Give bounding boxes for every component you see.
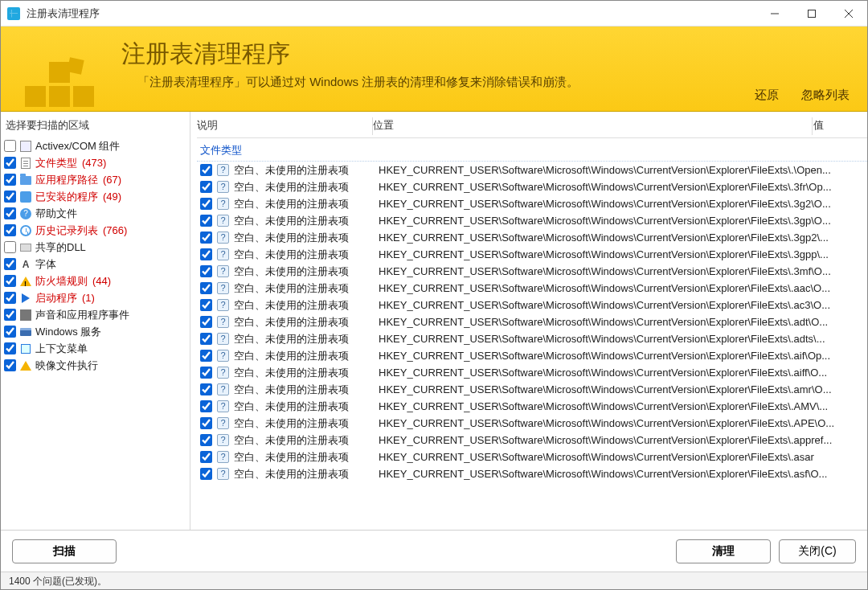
result-row[interactable]: ?空白、未使用的注册表项HKEY_CURRENT_USER\Software\M… bbox=[197, 297, 867, 313]
sidebar-checkbox-7[interactable] bbox=[4, 258, 16, 270]
row-checkbox[interactable] bbox=[200, 434, 212, 446]
row-location: HKEY_CURRENT_USER\Software\Microsoft\Win… bbox=[379, 367, 867, 379]
result-row[interactable]: ?空白、未使用的注册表项HKEY_CURRENT_USER\Software\M… bbox=[197, 246, 867, 263]
sidebar-checkbox-5[interactable] bbox=[4, 224, 16, 236]
result-row[interactable]: ?空白、未使用的注册表项HKEY_CURRENT_USER\Software\M… bbox=[197, 212, 867, 229]
sidebar-item-1[interactable]: 文件类型 (473) bbox=[4, 154, 185, 171]
sidebar-item-2[interactable]: 应用程序路径 (67) bbox=[4, 171, 185, 188]
row-location: HKEY_CURRENT_USER\Software\Microsoft\Win… bbox=[379, 434, 867, 446]
question-icon: ? bbox=[217, 468, 229, 480]
close-footer-button[interactable]: 关闭(C) bbox=[779, 539, 856, 563]
row-checkbox[interactable] bbox=[200, 265, 212, 277]
row-checkbox[interactable] bbox=[200, 299, 212, 311]
row-location: HKEY_CURRENT_USER\Software\Microsoft\Win… bbox=[379, 333, 867, 345]
row-checkbox[interactable] bbox=[200, 350, 212, 362]
restore-link[interactable]: 还原 bbox=[755, 88, 779, 103]
ignore-list-link[interactable]: 忽略列表 bbox=[801, 88, 850, 103]
horizontal-scrollbar[interactable] bbox=[197, 517, 856, 530]
sidebar-checkbox-8[interactable] bbox=[4, 275, 16, 287]
sidebar-item-7[interactable]: A字体 bbox=[4, 256, 185, 272]
sidebar-label: 应用程序路径 bbox=[35, 173, 98, 187]
row-checkbox[interactable] bbox=[200, 215, 212, 227]
result-row[interactable]: ?空白、未使用的注册表项HKEY_CURRENT_USER\Software\M… bbox=[197, 449, 867, 465]
clean-button[interactable]: 清理 bbox=[676, 539, 771, 563]
result-row[interactable]: ?空白、未使用的注册表项HKEY_CURRENT_USER\Software\M… bbox=[197, 330, 867, 347]
row-checkbox[interactable] bbox=[200, 231, 212, 244]
sidebar-label: 历史记录列表 bbox=[35, 223, 98, 238]
result-row[interactable]: ?空白、未使用的注册表项HKEY_CURRENT_USER\Software\M… bbox=[197, 432, 867, 449]
result-row[interactable]: ?空白、未使用的注册表项HKEY_CURRENT_USER\Software\M… bbox=[197, 229, 867, 246]
row-checkbox[interactable] bbox=[200, 316, 212, 328]
row-checkbox[interactable] bbox=[200, 383, 212, 395]
row-checkbox[interactable] bbox=[200, 198, 212, 210]
minimize-button[interactable] bbox=[756, 1, 793, 27]
sidebar-item-8[interactable]: 防火墙规则 (44) bbox=[4, 272, 185, 289]
row-desc: 空白、未使用的注册表项 bbox=[234, 264, 374, 279]
result-row[interactable]: ?空白、未使用的注册表项HKEY_CURRENT_USER\Software\M… bbox=[197, 465, 867, 482]
result-row[interactable]: ?空白、未使用的注册表项HKEY_CURRENT_USER\Software\M… bbox=[197, 178, 867, 195]
result-row[interactable]: ?空白、未使用的注册表项HKEY_CURRENT_USER\Software\M… bbox=[197, 162, 867, 178]
sidebar-checkbox-10[interactable] bbox=[4, 309, 16, 321]
sidebar-checkbox-6[interactable] bbox=[4, 241, 16, 253]
sidebar-item-9[interactable]: 启动程序 (1) bbox=[4, 289, 185, 306]
sidebar-label: Activex/COM 组件 bbox=[35, 139, 120, 154]
sidebar-label: 声音和应用程序事件 bbox=[35, 308, 129, 322]
result-row[interactable]: ?空白、未使用的注册表项HKEY_CURRENT_USER\Software\M… bbox=[197, 347, 867, 364]
result-row[interactable]: ?空白、未使用的注册表项HKEY_CURRENT_USER\Software\M… bbox=[197, 313, 867, 330]
result-row[interactable]: ?空白、未使用的注册表项HKEY_CURRENT_USER\Software\M… bbox=[197, 195, 867, 212]
result-row[interactable]: ?空白、未使用的注册表项HKEY_CURRENT_USER\Software\M… bbox=[197, 415, 867, 432]
row-desc: 空白、未使用的注册表项 bbox=[234, 163, 374, 178]
sidebar-checkbox-0[interactable] bbox=[4, 140, 16, 152]
row-location: HKEY_CURRENT_USER\Software\Microsoft\Win… bbox=[379, 451, 867, 463]
row-checkbox[interactable] bbox=[200, 181, 212, 193]
row-checkbox[interactable] bbox=[200, 417, 212, 429]
row-checkbox[interactable] bbox=[200, 282, 212, 294]
sidebar-checkbox-2[interactable] bbox=[4, 174, 16, 186]
sidebar-checkbox-3[interactable] bbox=[4, 191, 16, 203]
maximize-button[interactable] bbox=[793, 1, 830, 27]
titlebar: 注册表清理程序 bbox=[1, 1, 867, 27]
sidebar-checkbox-11[interactable] bbox=[4, 326, 16, 338]
result-row[interactable]: ?空白、未使用的注册表项HKEY_CURRENT_USER\Software\M… bbox=[197, 263, 867, 280]
sidebar-checkbox-13[interactable] bbox=[4, 359, 16, 371]
sidebar-item-10[interactable]: 声音和应用程序事件 bbox=[4, 306, 185, 323]
row-checkbox[interactable] bbox=[200, 451, 212, 463]
sidebar-item-0[interactable]: Activex/COM 组件 bbox=[4, 137, 185, 154]
sidebar-item-6[interactable]: 共享的DLL bbox=[4, 239, 185, 256]
row-desc: 空白、未使用的注册表项 bbox=[234, 281, 374, 296]
sidebar-item-4[interactable]: ?帮助文件 bbox=[4, 205, 185, 222]
col-loc[interactable]: 位置 bbox=[373, 115, 812, 137]
sidebar-item-13[interactable]: 映像文件执行 bbox=[4, 357, 185, 374]
sidebar-item-12[interactable]: 上下文菜单 bbox=[4, 340, 185, 357]
sidebar-label: 帮助文件 bbox=[35, 207, 77, 221]
sidebar-checkbox-1[interactable] bbox=[4, 157, 16, 169]
result-row[interactable]: ?空白、未使用的注册表项HKEY_CURRENT_USER\Software\M… bbox=[197, 280, 867, 297]
result-row[interactable]: ?空白、未使用的注册表项HKEY_CURRENT_USER\Software\M… bbox=[197, 381, 867, 398]
col-desc[interactable]: 说明 bbox=[197, 115, 372, 137]
row-checkbox[interactable] bbox=[200, 164, 212, 176]
row-checkbox[interactable] bbox=[200, 248, 212, 260]
sidebar-checkbox-4[interactable] bbox=[4, 207, 16, 219]
group-title[interactable]: 文件类型 bbox=[197, 138, 867, 162]
banner-subtitle: 「注册表清理程序」可以通过对 Windows 注册表的清理和修复来消除错误和崩溃… bbox=[137, 75, 579, 90]
result-row[interactable]: ?空白、未使用的注册表项HKEY_CURRENT_USER\Software\M… bbox=[197, 364, 867, 381]
sidebar-checkbox-12[interactable] bbox=[4, 342, 16, 354]
sidebar: 选择要扫描的区域 Activex/COM 组件文件类型 (473)应用程序路径 … bbox=[1, 112, 190, 530]
question-icon: ? bbox=[217, 215, 229, 227]
sidebar-header: 选择要扫描的区域 bbox=[4, 115, 185, 137]
box-icon bbox=[19, 140, 32, 153]
close-button[interactable] bbox=[830, 1, 867, 27]
row-checkbox[interactable] bbox=[200, 333, 212, 345]
row-checkbox[interactable] bbox=[200, 400, 212, 412]
sidebar-item-11[interactable]: Windows 服务 bbox=[4, 323, 185, 340]
result-row[interactable]: ?空白、未使用的注册表项HKEY_CURRENT_USER\Software\M… bbox=[197, 398, 867, 415]
col-val[interactable]: 值 bbox=[813, 115, 856, 137]
row-checkbox[interactable] bbox=[200, 367, 212, 379]
sidebar-item-5[interactable]: 历史记录列表 (766) bbox=[4, 222, 185, 239]
scan-button[interactable]: 扫描 bbox=[12, 539, 117, 563]
sidebar-item-3[interactable]: 已安装的程序 (49) bbox=[4, 188, 185, 205]
grid-body[interactable]: ?空白、未使用的注册表项HKEY_CURRENT_USER\Software\M… bbox=[197, 162, 867, 515]
row-checkbox[interactable] bbox=[200, 468, 212, 480]
row-desc: 空白、未使用的注册表项 bbox=[234, 214, 374, 228]
sidebar-checkbox-9[interactable] bbox=[4, 292, 16, 304]
